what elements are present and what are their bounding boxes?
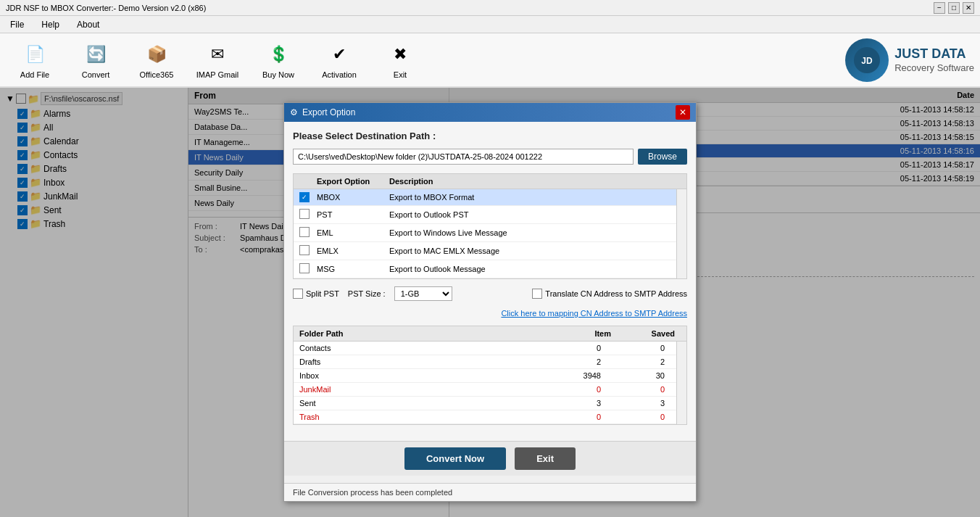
exit-toolbar-button[interactable]: ✖ Exit	[371, 36, 429, 83]
buy-now-icon: 💲	[265, 41, 291, 67]
modal-close-button[interactable]: ✕	[676, 105, 690, 120]
buy-now-button[interactable]: 💲 Buy Now	[249, 36, 307, 83]
minimize-button[interactable]: −	[934, 2, 945, 14]
export-table-scrollbar[interactable]	[676, 189, 686, 278]
msg-desc: Export to Outlook Message	[389, 265, 670, 273]
browse-button[interactable]: Browse	[638, 149, 687, 165]
close-button[interactable]: ✕	[963, 2, 974, 14]
company-name: JUST DATA	[894, 46, 974, 62]
msg-checkbox[interactable]	[299, 263, 310, 273]
modal-exit-button[interactable]: Exit	[515, 447, 576, 470]
modal-title-text: Export Option	[302, 107, 355, 117]
maximize-button[interactable]: □	[948, 2, 960, 14]
folder-name-junkmail: JunkMail	[299, 385, 555, 394]
folder-saved-junkmail: 0	[612, 385, 670, 394]
pst-checkbox[interactable]	[299, 209, 310, 219]
window-controls: − □ ✕	[934, 2, 974, 14]
emlx-desc: Export to MAC EMLX Message	[389, 247, 670, 255]
status-text: File Conversion process has been complet…	[293, 488, 452, 497]
title-bar: JDR NSF to MBOX Converter:- Demo Version…	[0, 0, 980, 16]
folder-row-trash: Trash 0 0	[294, 410, 676, 424]
exit-label: Exit	[394, 70, 407, 79]
pst-size-label: PST Size :	[348, 289, 386, 298]
mbox-desc: Export to MBOX Format	[389, 193, 670, 202]
folder-item-inbox: 3948	[555, 371, 612, 380]
add-file-button[interactable]: 📄 Add File	[6, 36, 64, 83]
split-pst-label: Split PST	[306, 289, 339, 298]
export-row-emlx[interactable]: EMLX Export to MAC EMLX Message	[294, 242, 676, 260]
activation-button[interactable]: ✔ Activation	[310, 36, 368, 83]
modal-titlebar: ⚙ Export Option ✕	[284, 103, 696, 122]
modal-title-icon: ⚙	[290, 107, 298, 117]
modal-overlay: ⚙ Export Option ✕ Please Select Destinat…	[0, 88, 980, 517]
export-table-body: ✓ MBOX Export to MBOX Format PST Export …	[294, 189, 686, 278]
split-pst-option[interactable]: Split PST	[293, 289, 339, 299]
export-row-pst[interactable]: PST Export to Outlook PST	[294, 206, 676, 224]
pst-size-select[interactable]: 1-GB 2-GB 4-GB	[394, 286, 452, 301]
svg-text:JD: JD	[862, 56, 873, 66]
folder-saved-drafts: 2	[612, 357, 670, 366]
office365-icon: 📦	[144, 41, 170, 67]
saved-header: Saved	[623, 329, 681, 338]
folder-item-trash: 0	[555, 413, 612, 421]
activation-label: Activation	[322, 70, 357, 79]
buy-now-label: Buy Now	[262, 70, 294, 79]
export-table-header: Export Option Description	[294, 174, 686, 189]
window-title: JDR NSF to MBOX Converter:- Demo Version…	[6, 4, 206, 12]
menu-file[interactable]: File	[3, 18, 31, 31]
eml-checkbox[interactable]	[299, 227, 310, 237]
pst-label: PST	[317, 210, 389, 219]
export-row-mbox[interactable]: ✓ MBOX Export to MBOX Format	[294, 189, 676, 206]
export-col-desc-header: Description	[389, 177, 681, 186]
folder-table-rows: Contacts 0 0 Drafts 2 2 Inbox	[294, 342, 676, 424]
path-row: Browse	[293, 149, 687, 165]
mbox-checkbox[interactable]: ✓	[299, 192, 310, 202]
destination-path-input[interactable]	[293, 149, 634, 165]
menu-bar: File Help About	[0, 16, 980, 33]
split-pst-checkbox[interactable]	[293, 289, 303, 299]
modal-body: Please Select Destination Path : Browse …	[284, 122, 696, 441]
eml-label: EML	[317, 228, 389, 237]
emlx-checkbox[interactable]	[299, 245, 310, 255]
exit-icon: ✖	[387, 41, 413, 67]
item-header: Item	[565, 329, 623, 338]
folder-table-body-wrap: Contacts 0 0 Drafts 2 2 Inbox	[294, 342, 686, 424]
translate-cn-checkbox[interactable]	[532, 289, 542, 299]
folder-saved-contacts: 0	[612, 344, 670, 352]
menu-help[interactable]: Help	[34, 18, 67, 31]
translate-cn-option[interactable]: Translate CN Address to SMTP Address	[532, 289, 687, 299]
imap-gmail-icon: ✉	[204, 41, 231, 67]
export-rows: ✓ MBOX Export to MBOX Format PST Export …	[294, 189, 676, 278]
folder-table: Folder Path Item Saved Contacts 0 0	[293, 326, 687, 425]
convert-icon: 🔄	[83, 41, 109, 67]
folder-saved-inbox: 30	[612, 371, 670, 380]
convert-label: Convert	[82, 70, 110, 79]
add-file-label: Add File	[20, 70, 49, 79]
imap-gmail-label: IMAP Gmail	[196, 70, 238, 79]
logo-area: JD JUST DATA Recovery Software	[845, 38, 974, 82]
folder-item-junkmail: 0	[555, 385, 612, 394]
cn-link-area: Click here to mapping CN Address to SMTP…	[293, 308, 687, 318]
folder-table-scrollbar[interactable]	[676, 342, 686, 424]
menu-about[interactable]: About	[70, 18, 107, 31]
folder-row-junkmail: JunkMail 0 0	[294, 383, 676, 397]
convert-button[interactable]: 🔄 Convert	[67, 36, 125, 83]
folder-path-header: Folder Path	[299, 329, 565, 338]
folder-name-inbox: Inbox	[299, 371, 555, 380]
eml-desc: Export to Windows Live Message	[389, 228, 670, 237]
export-col-option-header: Export Option	[317, 177, 389, 186]
logo-text-area: JUST DATA Recovery Software	[894, 46, 974, 73]
folder-saved-sent: 3	[612, 399, 670, 408]
imap-gmail-button[interactable]: ✉ IMAP Gmail	[188, 36, 246, 83]
export-row-eml[interactable]: EML Export to Windows Live Message	[294, 224, 676, 242]
office365-label: Office365	[140, 70, 174, 79]
activation-icon: ✔	[326, 41, 352, 67]
product-name: Recovery Software	[894, 62, 974, 73]
folder-item-drafts: 2	[555, 357, 612, 366]
office365-button[interactable]: 📦 Office365	[128, 36, 186, 83]
convert-now-button[interactable]: Convert Now	[404, 447, 506, 470]
cn-mapping-link[interactable]: Click here to mapping CN Address to SMTP…	[501, 309, 687, 318]
export-row-msg[interactable]: MSG Export to Outlook Message	[294, 260, 676, 278]
folder-saved-trash: 0	[612, 413, 670, 421]
emlx-label: EMLX	[317, 247, 389, 255]
